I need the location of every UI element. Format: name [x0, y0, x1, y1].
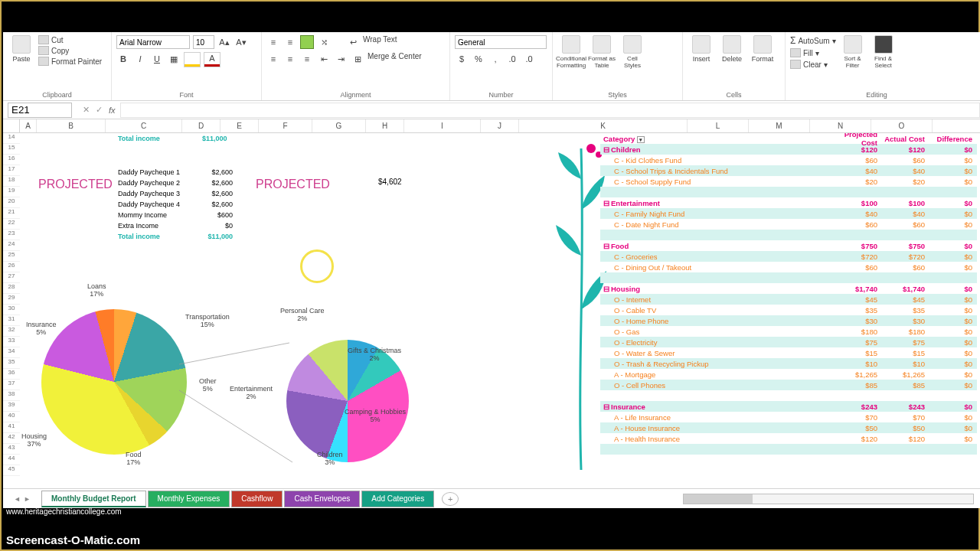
sheet-tab[interactable]: Monthly Expenses: [148, 491, 230, 507]
wrap-text-icon: ↩: [346, 35, 360, 49]
font-family-select[interactable]: [116, 35, 190, 49]
column-headers[interactable]: ABCDEFGHIJKLMNO: [3, 119, 980, 133]
format-as-table-button[interactable]: Format as Table: [588, 35, 616, 90]
watermark-brand: Screencast-O-Matic.com: [6, 533, 140, 546]
indent-inc-button[interactable]: ⇥: [334, 52, 348, 66]
svg-line-3: [179, 390, 292, 462]
pie-label: Loans17%: [87, 283, 106, 298]
underline-button[interactable]: U: [150, 52, 164, 66]
row-headers[interactable]: 1415161718192021222324252627282930313233…: [3, 133, 20, 476]
cut-icon: [38, 35, 49, 44]
pie-label: Housing37%: [21, 433, 47, 448]
pie-label: Insurance5%: [26, 321, 57, 337]
number-format-select[interactable]: [455, 35, 547, 49]
sheet-tabs: ◄► Monthly Budget ReportMonthly Expenses…: [3, 488, 980, 508]
fill-color-button[interactable]: [184, 52, 201, 67]
align-right-button[interactable]: ≡: [300, 52, 314, 66]
conditional-formatting-button[interactable]: Conditional Formatting: [557, 35, 585, 90]
align-left-button[interactable]: ≡: [266, 52, 280, 66]
inc-decimal-button[interactable]: .0: [505, 52, 519, 66]
merge-icon: ⊞: [351, 52, 364, 66]
cell-styles-button[interactable]: Cell Styles: [619, 35, 646, 90]
comma-button[interactable]: ,: [488, 52, 502, 66]
cancel-formula-icon[interactable]: ✕: [83, 105, 90, 115]
copy-icon: [38, 46, 49, 55]
projected-label-right: PROJECTED: [256, 178, 330, 191]
horizontal-scrollbar[interactable]: [459, 494, 980, 504]
pie-label: Transportation15%: [185, 314, 230, 329]
delete-button[interactable]: Delete: [718, 35, 746, 90]
budget-pie-chart[interactable]: [41, 309, 187, 455]
projected-label-left: PROJECTED: [38, 178, 113, 191]
align-top-button[interactable]: ≡: [266, 35, 280, 49]
sheet-tab[interactable]: Monthly Budget Report: [41, 491, 146, 507]
pie-label: Other5%: [199, 378, 217, 393]
orientation-button[interactable]: ⤭: [317, 35, 331, 49]
income-list: Daddy Paycheque 1$2,600Daddy Paycheque 2…: [118, 167, 233, 242]
sheet-tab[interactable]: Add Categories: [361, 491, 434, 507]
indent-dec-button[interactable]: ⇤: [317, 52, 331, 66]
cut-button[interactable]: Cut: [38, 35, 102, 44]
enter-formula-icon[interactable]: ✓: [96, 105, 103, 115]
dec-decimal-button[interactable]: .0: [522, 52, 536, 66]
pie-label: Gifts & Christmas2%: [348, 347, 401, 363]
grow-font-button[interactable]: A▴: [217, 35, 231, 49]
group-label: Clipboard: [8, 90, 106, 99]
format-button[interactable]: Format: [749, 35, 776, 90]
worksheet[interactable]: 1415161718192021222324252627282930313233…: [3, 133, 980, 488]
pie-label: Personal Care2%: [280, 308, 325, 323]
autosum-button[interactable]: Σ AutoSum ▾: [790, 35, 836, 46]
merge-center-button[interactable]: Merge & Center: [368, 52, 422, 66]
formula-bar: ✕ ✓ fx: [3, 101, 980, 119]
sheet-tab[interactable]: Cashflow: [231, 491, 283, 507]
formula-input[interactable]: [120, 103, 980, 118]
clear-button[interactable]: Clear ▾: [790, 60, 836, 69]
align-bottom-button[interactable]: [300, 35, 314, 49]
pie-label: Camping & Hobbies5%: [345, 409, 406, 424]
projected-value: $4,602: [378, 178, 402, 186]
category-table[interactable]: Category ▾Projected CostActual CostDiffe…: [600, 133, 977, 455]
fill-button[interactable]: Fill ▾: [790, 48, 836, 57]
align-mid-button[interactable]: ≡: [283, 35, 297, 49]
new-sheet-button[interactable]: +: [442, 492, 459, 506]
copy-button[interactable]: Copy: [38, 46, 102, 55]
total-income-value: $11,000: [202, 135, 227, 142]
font-color-button[interactable]: A: [204, 52, 220, 67]
find-select-button[interactable]: Find & Select: [870, 35, 897, 90]
name-box[interactable]: [8, 103, 72, 118]
cursor-highlight-icon: [300, 249, 334, 283]
border-button[interactable]: ▦: [167, 52, 181, 66]
tab-nav[interactable]: ◄►: [3, 495, 41, 503]
painter-icon: [38, 57, 49, 66]
pie-label: Food17%: [126, 452, 142, 467]
percent-button[interactable]: %: [472, 52, 485, 66]
align-center-button[interactable]: ≡: [283, 52, 297, 66]
bold-button[interactable]: B: [116, 52, 130, 66]
svg-line-2: [179, 343, 289, 364]
sheet-tab[interactable]: Cash Envelopes: [284, 491, 360, 507]
fx-label[interactable]: fx: [109, 106, 116, 115]
wrap-text-button[interactable]: Wrap Text: [363, 35, 397, 49]
ribbon: Paste Cut Copy Format Painter Clipboard …: [3, 32, 980, 101]
font-size-select[interactable]: [193, 35, 214, 49]
watermark-url: www.heritagechristiancollege.com: [6, 507, 122, 516]
sort-filter-button[interactable]: Sort & Filter: [839, 35, 867, 90]
pie-label: Children3%: [317, 452, 343, 467]
total-income-label: Total income: [118, 135, 160, 142]
shrink-font-button[interactable]: A▾: [234, 35, 248, 49]
paste-icon: [12, 35, 31, 54]
insert-button[interactable]: Insert: [688, 35, 715, 90]
italic-button[interactable]: I: [133, 52, 147, 66]
pie-label: Entertainment2%: [230, 386, 273, 401]
svg-point-0: [586, 144, 596, 153]
format-painter-button[interactable]: Format Painter: [38, 57, 102, 66]
paste-button[interactable]: Paste: [8, 35, 35, 90]
currency-button[interactable]: $: [455, 52, 469, 66]
